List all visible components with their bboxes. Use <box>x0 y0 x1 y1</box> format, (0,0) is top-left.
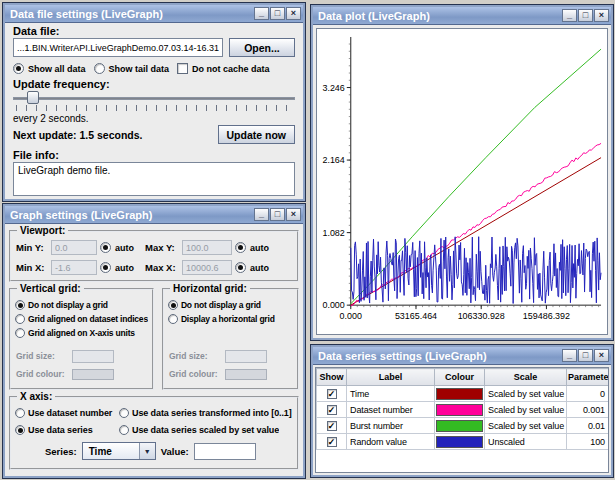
titlebar[interactable]: Data plot (LiveGraph) _ □ × <box>313 7 611 25</box>
radio-max-y-auto[interactable]: auto <box>235 242 269 253</box>
vgrid-size-field <box>72 350 114 363</box>
minimize-icon: _ <box>259 8 264 18</box>
radio-vgrid-dataset-indices[interactable]: Grid aligned on dataset indices <box>15 312 148 326</box>
update-frequency-slider[interactable] <box>13 90 295 112</box>
scale-cell[interactable]: Scaled by set value <box>485 386 567 402</box>
colour-swatch <box>436 420 483 432</box>
x-axis-group: X axis: Use dataset number Use data seri… <box>9 396 299 470</box>
colour-cell[interactable] <box>435 418 485 434</box>
label-cell[interactable]: Time <box>347 386 435 402</box>
radio-icon <box>119 425 129 435</box>
minimize-button[interactable]: _ <box>562 9 577 22</box>
radio-vgrid-none[interactable]: Do not display a grid <box>15 298 148 312</box>
checkbox-do-not-cache[interactable]: Do not cache data <box>177 63 270 74</box>
svg-text:2.164: 2.164 <box>322 155 344 165</box>
window-data-file-settings: Data file settings (LiveGraph) _ □ × Dat… <box>2 2 306 202</box>
radio-min-y-auto[interactable]: auto <box>100 242 134 253</box>
x-axis-legend: X axis: <box>17 390 55 403</box>
file-info-textarea[interactable]: LiveGraph demo file. <box>13 162 295 196</box>
colour-cell[interactable] <box>435 434 485 450</box>
table-header-row: Show Label Colour Scale Parameter <box>317 369 609 386</box>
radio-hgrid-none[interactable]: Do not display a grid <box>168 298 293 312</box>
colour-cell[interactable] <box>435 386 485 402</box>
radio-show-all-data[interactable]: Show all data <box>13 63 86 74</box>
label-cell[interactable]: Random value <box>347 434 435 450</box>
radio-use-dataset-number[interactable]: Use dataset number <box>15 406 119 420</box>
radio-show-tail-data[interactable]: Show tail data <box>94 63 170 74</box>
close-button[interactable]: × <box>594 9 609 22</box>
window-title: Data file settings (LiveGraph) <box>10 8 253 20</box>
maximize-icon: □ <box>275 209 280 219</box>
scale-cell[interactable]: Scaled by set value <box>485 418 567 434</box>
checkbox-icon: ✓ <box>327 405 337 415</box>
viewport-legend: Viewport: <box>17 224 68 237</box>
colour-cell[interactable] <box>435 402 485 418</box>
show-checkbox-cell[interactable]: ✓ <box>317 418 347 434</box>
checkbox-icon: ✓ <box>327 389 337 399</box>
radio-max-x-auto[interactable]: auto <box>235 262 269 273</box>
parameter-cell[interactable]: 0 <box>567 386 609 402</box>
maximize-button[interactable]: □ <box>270 7 285 20</box>
window-title: Graph settings (LiveGraph) <box>10 209 253 221</box>
radio-use-data-series[interactable]: Use data series <box>15 423 119 437</box>
close-button[interactable]: × <box>594 349 609 362</box>
label-cell[interactable]: Dataset number <box>347 402 435 418</box>
window-graph-settings: Graph settings (LiveGraph) _ □ × Viewpor… <box>2 203 306 479</box>
svg-text:106330.928: 106330.928 <box>458 311 505 321</box>
minimize-button[interactable]: _ <box>254 208 269 221</box>
close-icon: × <box>291 8 296 18</box>
radio-min-x-auto[interactable]: auto <box>100 262 134 273</box>
radio-icon <box>168 300 178 310</box>
series-combobox[interactable]: Time ▼ <box>82 442 156 460</box>
minimize-button[interactable]: _ <box>254 7 269 20</box>
check-icon: ✓ <box>328 438 336 447</box>
close-icon: × <box>599 350 604 360</box>
titlebar[interactable]: Graph settings (LiveGraph) _ □ × <box>5 206 303 224</box>
table-scrollpane: Show Label Colour Scale Parameter ✓ Time… <box>315 367 609 473</box>
show-checkbox-cell[interactable]: ✓ <box>317 434 347 450</box>
data-file-path-field[interactable] <box>13 38 223 57</box>
value-field[interactable] <box>194 443 256 460</box>
radio-icon <box>13 63 24 74</box>
open-button[interactable]: Open... <box>229 38 295 57</box>
update-now-button[interactable]: Update now <box>218 125 296 144</box>
plot-panel: 0.00053165.464106330.928159486.3920.0001… <box>316 28 608 335</box>
label-cell[interactable]: Burst number <box>347 418 435 434</box>
titlebar[interactable]: Data file settings (LiveGraph) _ □ × <box>5 5 303 23</box>
radio-use-series-scaled[interactable]: Use data series scaled by set value <box>119 423 279 437</box>
minimize-button[interactable]: _ <box>562 349 577 362</box>
show-checkbox-cell[interactable]: ✓ <box>317 386 347 402</box>
file-info-label: File info: <box>13 149 295 161</box>
titlebar[interactable]: Data series settings (LiveGraph) _ □ × <box>313 347 611 365</box>
slider-track[interactable] <box>13 97 295 100</box>
max-y-field <box>182 240 232 255</box>
window-title: Data series settings (LiveGraph) <box>318 350 561 362</box>
vertical-grid-group: Vertical grid: Do not display a grid Gri… <box>9 288 154 390</box>
check-icon: ✓ <box>328 406 336 415</box>
update-frequency-label: Update frequency: <box>13 78 295 90</box>
maximize-button[interactable]: □ <box>578 349 593 362</box>
close-button[interactable]: × <box>286 7 301 20</box>
svg-text:3.246: 3.246 <box>322 83 344 93</box>
scale-cell[interactable]: Scaled by set value <box>485 402 567 418</box>
parameter-cell[interactable]: 0.001 <box>567 402 609 418</box>
next-update-label: Next update: 1.5 seconds. <box>13 129 143 141</box>
radio-icon <box>15 408 25 418</box>
frequency-caption: every 2 seconds. <box>13 113 295 124</box>
radio-hgrid-display[interactable]: Display a horizontal grid <box>168 312 293 326</box>
slider-thumb[interactable] <box>27 91 39 104</box>
scale-cell[interactable]: Unscaled <box>485 434 567 450</box>
close-button[interactable]: × <box>286 208 301 221</box>
maximize-button[interactable]: □ <box>578 9 593 22</box>
radio-use-series-transformed[interactable]: Use data series transformed into [0..1] <box>119 406 292 420</box>
parameter-cell[interactable]: 0.01 <box>567 418 609 434</box>
parameter-cell[interactable]: 100 <box>567 434 609 450</box>
minimize-icon: _ <box>259 209 264 219</box>
radio-vgrid-xaxis-units[interactable]: Grid aligned on X-axis units <box>15 326 148 340</box>
vertical-grid-legend: Vertical grid: <box>17 282 84 295</box>
table-row: ✓ Random value Unscaled 100 <box>317 434 609 450</box>
data-series-table: Show Label Colour Scale Parameter ✓ Time… <box>316 368 609 450</box>
show-checkbox-cell[interactable]: ✓ <box>317 402 347 418</box>
svg-text:0.000: 0.000 <box>322 300 344 310</box>
maximize-button[interactable]: □ <box>270 208 285 221</box>
